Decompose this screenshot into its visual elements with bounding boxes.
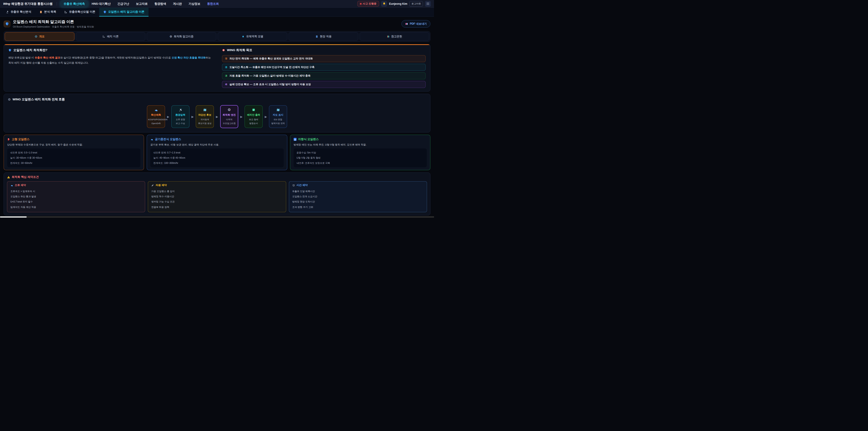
ship-icon [293,138,297,141]
satellite-icon [179,108,182,112]
subtab-spill-model-theory[interactable]: 유출유확산모델 이론 [60,8,99,17]
nav-aerial-search[interactable]: 항공탐색 [151,1,169,7]
highlight-prediction-result: 유출유 확산 예측 결과 [35,56,60,59]
map-icon [203,108,207,112]
constraints-card: 최적화 핵심 제약조건 조류 제약 조류속도 > 임계유속 시 오일펜스 하단 … [4,173,430,215]
flow-arrow-icon: ▶ [265,115,267,118]
constraint-item: 연결부 허용 장력 [151,204,283,210]
shield-icon [8,49,11,52]
boom-card-specs: 내조류 한계: 0.7~1.5 knot 높이: 45~90cm·수중 45~9… [150,149,283,167]
nav-oil-spill-prediction[interactable]: 유출유 확산예측 [61,1,88,7]
overview-card: 오일펜스 배치 최적화란? 해양 유류오염 발생 시 유출유 확산 예측 결과와… [4,44,430,92]
goals-list: ① 차단 면적 최대화 — 예측 유출유 확산 경계와 오일펜스 교차 면적 극… [222,55,426,88]
tab-references[interactable]: 참고문헌 [360,32,429,41]
scrollbar-thumb[interactable] [0,216,27,218]
map-icon [276,108,280,112]
nav-integrated-search[interactable]: 통합조회 [204,1,222,7]
section-tab-bar: 개요 배치 이론 ⚙ 최적화 알고리즘 유체역학 모델 현장 적용 참고문헌 [4,31,430,42]
tab-field-application[interactable]: 현장 적용 [289,32,358,41]
warning-icon [7,176,10,179]
flow-diagram: 확산예측 KOSPS/POSEIDON OpenDrift ▶ 환경입력 조류·… [8,105,426,128]
nav-reports[interactable]: 보고자료 [133,1,151,7]
constraint-item: 유출유 도달 예측시간 [292,188,424,194]
boom-card-description: 방제정 예인 또는 자체 추진. U형·V형 동적 배치. 강조류 해역 적합. [293,143,427,147]
flow-arrow-icon: ▶ [191,115,194,118]
clock-icon [292,184,295,187]
constraint-item: 방제정 현장 도착시간 [292,199,424,204]
constraint-item: 앵커링 가능 수심 조건 [151,199,283,204]
nav-board[interactable]: 게시판 [170,1,185,7]
constraint-item: 조석 변환 주기 고려 [292,204,424,210]
goal-number: ④ [225,83,227,86]
spec-line: 전개속도: 100~300m/hr [153,160,281,166]
goal-item-intercept-area: ① 차단 면적 최대화 — 예측 유출유 확산 경계와 오일펜스 교차 면적 극… [222,55,426,62]
nav-weather[interactable]: 기상정보 [186,1,203,7]
logout-button[interactable]: 로그아웃 [409,1,423,6]
clipboard-icon [39,10,42,13]
nav-emergency-rescue[interactable]: 긴급구난 [114,1,132,7]
tab-overview[interactable]: 개요 [5,32,74,41]
spec-line: 내조류 한계: 0.5~1.0 knot [10,150,137,155]
horizontal-scrollbar[interactable] [0,216,434,218]
constraint-heading: 시간 제약 [292,184,424,187]
flow-arrow-icon: ▶ [240,115,243,118]
boom-card-specs: 내조류 한계: 0.5~1.0 knot 높이: 30~60cm·수중 30~6… [7,149,141,167]
pdf-export-button[interactable]: PDF 내보내기 [401,20,430,28]
spec-line: 높이: 30~60cm·수중 30~60cm [10,155,137,160]
globe-icon [35,35,37,38]
wave-icon [154,108,158,112]
nav-hns-dispersion[interactable]: HNS·대기확산 [89,1,114,7]
sub-tab-bar: 유출유 확산분석 분석 목록 유출유확산모델 이론 오일펜스 배치 알고리즘 이… [0,8,434,17]
spec-line: 전개속도: 30~60m/hr [10,160,137,166]
incident-dot-icon [360,3,362,4]
constraint-item: 오일펜스 하단 통과 발생 [10,194,142,199]
page-header-text: 오일펜스 배치 최적화 알고리즘 이론 Oil Boom Deployment … [13,19,94,29]
goal-number: ① [225,57,227,60]
spec-line: U형·V형·J형 동적 형태 [297,155,424,160]
flow-arrow-icon: ▶ [167,115,169,118]
page-header-icon-box [4,21,10,27]
menu-button[interactable] [425,1,431,7]
flow-step-optimization-engine: ⚙ 최적화 엔진 다목적 유전알고리즘 [220,105,238,128]
subtab-spill-analysis[interactable]: 유출유 확산분석 [2,8,35,17]
spec-line: 내조류: 조류각도 보정으로 극복 [297,160,424,166]
boom-card-heading: 공기충전식 오일펜스 [150,137,283,141]
boom-card-air-inflatable: 공기충전식 오일펜스 공기로 부력 확보. 이동·보관 편리. 해상 광역 차단… [147,135,287,170]
subtab-analysis-list[interactable]: 분석 목록 [35,8,60,17]
boom-card-description: 단단한 부체와 수중커튼으로 구성. 정적 배치. 항구·좁은 수로에 적합. [7,143,141,147]
flow-heading: ⚙ WING 오일펜스 배치 최적화 전체 흐름 [8,97,426,101]
constraint-item: 조류속도 > 임계유속 시 [10,188,142,194]
gear-icon: ⚙ [228,108,231,112]
boom-card-heading: 자항식 오일펜스 [293,137,427,141]
constraint-item: 오일펜스 전개 소요시간 [292,194,424,199]
goal-number: ② [225,65,227,69]
notification-button[interactable] [381,1,387,7]
droplet-icon [242,35,245,38]
incident-status-badge[interactable]: 사고 진행중 [358,1,379,6]
triangle-ruler-icon [64,10,67,13]
subtab-boom-algorithm-theory[interactable]: 오일펜스 배치 알고리즘 이론 [99,8,148,17]
pencil-icon [151,184,154,187]
flow-step-environment-input: 환경입력 조류·풍향 파고·수심 [171,105,189,128]
triangle-ruler-icon [102,35,105,38]
page-header: 오일펜스 배치 최적화 알고리즘 이론 Oil Boom Deployment … [0,17,434,31]
goal-item-resource-efficiency: ③ 자원 효율 최적화 — 가용 오일펜스 길이·방제정 수·이동시간 제약 충… [222,72,426,79]
tab-optimization-algorithm[interactable]: ⚙ 최적화 알고리즘 [147,32,216,41]
user-name: Eunjeong Kim [389,2,407,5]
constraint-heading: 자원 제약 [151,184,283,187]
logo-title: 해양환경 위기대응 통합시스템 [11,2,53,6]
constraints-row: 조류 제약 조류속도 > 임계유속 시 오일펜스 하단 통과 발생 U<0.7 … [7,181,427,212]
constraint-heading: 조류 제약 [10,184,142,187]
tab-hydrodynamics-model[interactable]: 유체역학 모델 [218,32,287,41]
goal-number: ③ [225,74,227,78]
constraint-card-time: 시간 제약 유출유 도달 예측시간 오일펜스 전개 소요시간 방제정 현장 도착… [289,181,427,212]
shield-icon [103,10,106,13]
boom-card-specs: 운용수심: 5m 이상 U형·V형·J형 동적 형태 내조류: 조류각도 보정으… [293,149,427,167]
page-title: 오일펜스 배치 최적화 알고리즘 이론 [13,19,94,24]
book-export-icon [405,22,408,26]
gear-icon: ⚙ [169,35,172,38]
overview-paragraph: 해양 유류오염 발생 시 유출유 확산 예측 결과와 실시간 해양환경(조류·풍… [8,55,212,65]
tab-deployment-theory[interactable]: 배치 이론 [76,32,145,41]
page-subtitle: Oil Boom Deployment Optimization · 유출유 확… [13,25,94,29]
main-nav: 유출유 확산예측 HNS·대기확산 긴급구난 보고자료 항공탐색 게시판 기상정… [61,1,222,7]
